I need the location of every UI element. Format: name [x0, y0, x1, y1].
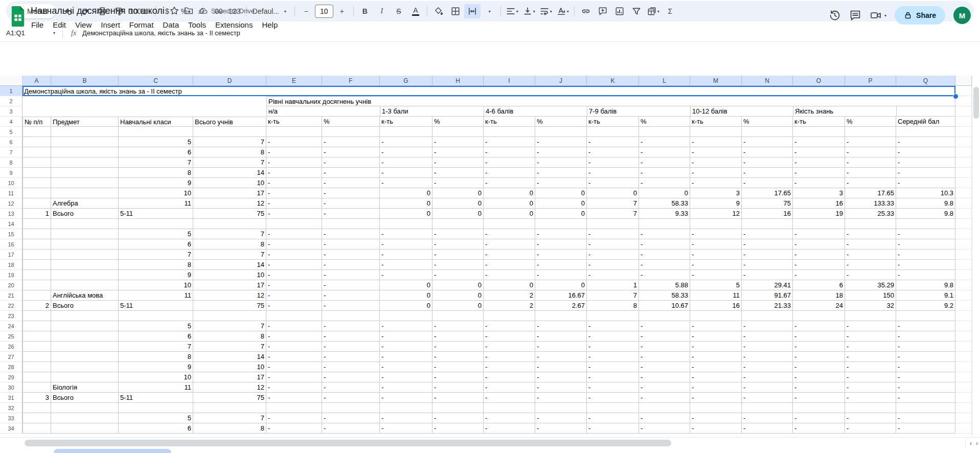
cell-partial-6[interactable] [955, 137, 972, 147]
cell-O14[interactable] [793, 219, 845, 229]
cell-P4[interactable]: % [845, 117, 896, 127]
cell-A19[interactable] [22, 270, 51, 280]
row-header-28[interactable]: 28 [0, 362, 22, 372]
cell-N11[interactable]: 17.65 [742, 188, 793, 198]
row-header-4[interactable]: 4 [0, 117, 22, 127]
cell-J21[interactable]: 16.67 [535, 290, 587, 301]
menu-extensions[interactable]: Extensions [211, 19, 257, 30]
cell-G33[interactable]: - [380, 413, 432, 423]
column-header-J[interactable]: J [535, 76, 587, 86]
cell-G12[interactable]: 0 [380, 198, 432, 209]
cell-I24[interactable]: - [484, 321, 535, 331]
cell-H16[interactable]: - [432, 239, 484, 250]
column-header-partial[interactable] [955, 76, 972, 86]
cell-A22[interactable]: 2 [22, 301, 51, 311]
cell-K12[interactable]: 7 [587, 198, 639, 209]
cell-D16[interactable]: 8 [193, 239, 266, 250]
cell-E22[interactable]: - [266, 301, 322, 311]
cell-B30[interactable]: Біологія [51, 382, 119, 393]
cell-partial-9[interactable] [955, 168, 972, 178]
cell-J32[interactable] [535, 403, 587, 413]
cell-B11[interactable] [51, 188, 119, 198]
cell-Q24[interactable]: - [896, 321, 955, 331]
cell-G30[interactable]: - [380, 382, 432, 393]
cell-I4[interactable]: к-ть [484, 117, 535, 127]
meet-call-control[interactable]: ▾ [870, 9, 886, 21]
cell-I27[interactable]: - [484, 352, 535, 362]
cell-L24[interactable]: - [639, 321, 690, 331]
row-header-5[interactable]: 5 [0, 127, 22, 137]
cell-G28[interactable]: - [380, 362, 432, 372]
cell-C32[interactable] [119, 403, 193, 413]
cell-O17[interactable]: - [793, 250, 845, 260]
cell-J5[interactable] [535, 127, 587, 137]
cell-I10[interactable]: - [484, 178, 535, 188]
cell-K10[interactable]: - [587, 178, 639, 188]
cell-Q22[interactable]: 9.2 [896, 301, 955, 311]
cell-J16[interactable]: - [535, 239, 587, 250]
cell-D31[interactable]: 75 [193, 393, 266, 403]
cell-C31[interactable]: 5-11 [119, 393, 193, 403]
cell-C6[interactable]: 5 [119, 137, 193, 147]
cell-P31[interactable]: - [845, 393, 896, 403]
cell-H28[interactable]: - [432, 362, 484, 372]
cell-L20[interactable]: 5.88 [639, 280, 690, 290]
cell-Q2[interactable] [896, 96, 955, 106]
cell-C4[interactable]: Навчальні класи [119, 117, 193, 127]
cell-N15[interactable]: - [742, 229, 793, 239]
cell-D22[interactable]: 75 [193, 301, 266, 311]
column-header-L[interactable]: L [639, 76, 690, 86]
cell-E17[interactable]: - [266, 250, 322, 260]
cell-E9[interactable]: - [266, 168, 322, 178]
cell-Q12[interactable]: 9.8 [896, 198, 955, 209]
cell-G25[interactable]: - [380, 331, 432, 342]
cell-C23[interactable] [119, 311, 193, 321]
cell-A33[interactable] [22, 413, 51, 423]
cell-L2[interactable] [639, 96, 690, 106]
cell-partial-31[interactable] [955, 393, 972, 403]
cell-L21[interactable]: 58.33 [639, 290, 690, 301]
cell-B7[interactable] [51, 147, 119, 157]
cell-J22[interactable]: 2.67 [535, 301, 587, 311]
row-header-9[interactable]: 9 [0, 168, 22, 178]
cell-H31[interactable]: - [432, 393, 484, 403]
row-header-12[interactable]: 12 [0, 198, 22, 209]
cell-H29[interactable]: - [432, 372, 484, 382]
cell-Q23[interactable] [896, 311, 955, 321]
cell-O1[interactable] [793, 86, 845, 96]
cell-I17[interactable]: - [484, 250, 535, 260]
cell-J25[interactable]: - [535, 331, 587, 342]
cell-N1[interactable] [742, 86, 793, 96]
cell-L12[interactable]: 58.33 [639, 198, 690, 209]
cell-H20[interactable]: 0 [432, 280, 484, 290]
cell-I34[interactable]: - [484, 423, 535, 434]
cell-Q30[interactable]: - [896, 382, 955, 393]
cell-B12[interactable]: Алгебра [51, 198, 119, 209]
cell-partial-4[interactable] [955, 117, 972, 127]
cell-F8[interactable]: - [322, 157, 380, 168]
cell-L15[interactable]: - [639, 229, 690, 239]
cell-A5[interactable] [22, 127, 51, 137]
column-header-C[interactable]: C [119, 76, 193, 86]
row-header-8[interactable]: 8 [0, 157, 22, 168]
cell-O26[interactable]: - [793, 342, 845, 352]
cell-M3[interactable]: 10-12 балів [690, 106, 742, 117]
cell-H4[interactable]: % [432, 117, 484, 127]
cell-L33[interactable]: - [639, 413, 690, 423]
cell-G20[interactable]: 0 [380, 280, 432, 290]
cell-N26[interactable]: - [742, 342, 793, 352]
cell-K32[interactable] [587, 403, 639, 413]
cell-H22[interactable]: 0 [432, 301, 484, 311]
cell-G19[interactable]: - [380, 270, 432, 280]
cell-K23[interactable] [587, 311, 639, 321]
cell-D27[interactable]: 14 [193, 352, 266, 362]
cell-C9[interactable]: 8 [119, 168, 193, 178]
row-header-2[interactable]: 2 [0, 96, 22, 106]
sheet-tab-partial[interactable] [54, 449, 171, 453]
cell-E25[interactable]: - [266, 331, 322, 342]
cell-C33[interactable]: 5 [119, 413, 193, 423]
cell-K6[interactable]: - [587, 137, 639, 147]
cell-O32[interactable] [793, 403, 845, 413]
cell-J14[interactable] [535, 219, 587, 229]
cell-D1[interactable] [193, 86, 266, 96]
